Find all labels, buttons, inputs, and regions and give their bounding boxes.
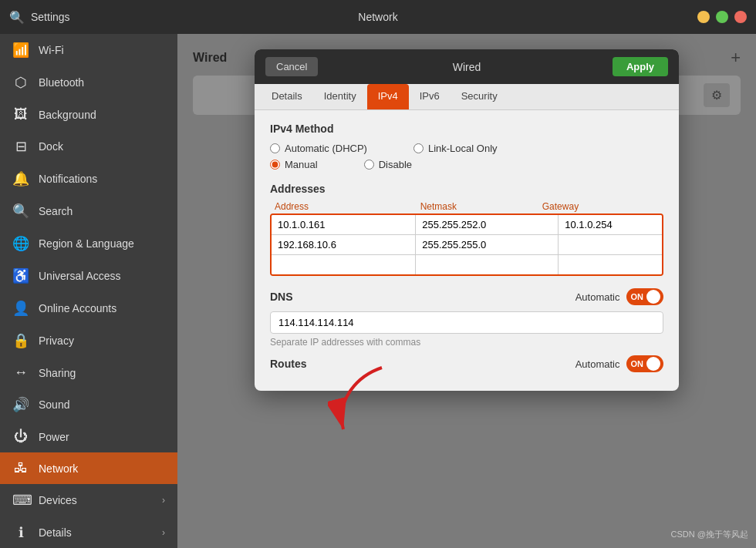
ipv4-method-label: IPv4 Method [270, 123, 663, 135]
radio-disable-input[interactable] [364, 160, 374, 170]
radio-manual[interactable]: Manual [270, 159, 318, 170]
netmask-1-input[interactable] [416, 215, 559, 234]
routes-toggle-circle [646, 357, 660, 371]
sidebar-item-label: Universal Access [39, 270, 121, 282]
routes-toggle-label: ON [629, 359, 646, 368]
universal-icon: ♿ [12, 267, 29, 284]
sidebar-item-wifi[interactable]: 📶 Wi-Fi [0, 34, 177, 66]
address-1-input[interactable] [272, 215, 416, 234]
modal-header: Cancel Wired Apply [255, 49, 679, 84]
sidebar-item-label: Wi-Fi [39, 44, 64, 56]
maximize-button[interactable] [716, 11, 728, 23]
sidebar-item-privacy[interactable]: 🔒 Privacy [0, 324, 177, 357]
modal-tabs: Details Identity IPv4 IPv6 Security [255, 84, 679, 110]
apply-button[interactable]: Apply [613, 57, 668, 76]
sidebar-item-power[interactable]: ⏻ Power [0, 421, 177, 452]
tab-identity[interactable]: Identity [313, 84, 367, 109]
tab-details[interactable]: Details [261, 84, 313, 109]
devices-icon: ⌨ [12, 492, 29, 509]
sidebar-item-sound[interactable]: 🔊 Sound [0, 388, 177, 421]
address-row-2: ⊗ [272, 235, 662, 255]
sidebar-item-sharing[interactable]: ↔ Sharing [0, 357, 177, 388]
radio-link-local[interactable]: Link-Local Only [413, 143, 498, 154]
sidebar-item-background[interactable]: 🖼 Background [0, 99, 177, 130]
minimize-button[interactable] [697, 11, 710, 23]
search-icon: 🔍 [9, 10, 25, 25]
privacy-icon: 🔒 [12, 332, 29, 349]
dns-hint: Separate IP addresses with commas [270, 337, 663, 348]
radio-disable[interactable]: Disable [364, 159, 412, 170]
dns-auto-row: Automatic ON [575, 288, 663, 305]
sidebar-item-label: Devices [39, 494, 77, 506]
sidebar-item-label: Privacy [39, 335, 74, 347]
dns-toggle[interactable]: ON [626, 288, 664, 305]
sidebar-item-network[interactable]: 🖧 Network [0, 452, 177, 484]
sound-icon: 🔊 [12, 396, 29, 413]
modal-title: Wired [453, 61, 481, 73]
netmask-3-input[interactable] [416, 255, 559, 274]
cancel-button[interactable]: Cancel [265, 57, 318, 76]
sidebar-item-bluetooth[interactable]: ⬡ Bluetooth [0, 66, 177, 99]
address-row-3: ⊗ [272, 255, 662, 274]
radio-dhcp-input[interactable] [270, 143, 280, 153]
sidebar-item-label: Dock [39, 140, 63, 153]
sidebar-item-details[interactable]: ℹ Details › [0, 516, 177, 548]
col-netmask-header: Netmask [416, 201, 538, 212]
sidebar-item-online[interactable]: 👤 Online Accounts [0, 292, 177, 324]
sidebar-item-universal[interactable]: ♿ Universal Access [0, 260, 177, 292]
search-sidebar-icon: 🔍 [12, 203, 29, 220]
radio-manual-input[interactable] [270, 160, 280, 170]
app-title: Settings [31, 11, 70, 23]
sidebar: 📶 Wi-Fi ⬡ Bluetooth 🖼 Background ⊟ Dock … [0, 34, 177, 548]
radio-dhcp-label: Automatic (DHCP) [285, 143, 367, 154]
radio-link-local-label: Link-Local Only [428, 143, 498, 154]
sidebar-item-region[interactable]: 🌐 Region & Language [0, 227, 177, 260]
modal-body: IPv4 Method Automatic (DHCP) Link-Local … [255, 110, 679, 391]
gateway-2-input[interactable] [559, 235, 663, 254]
sidebar-item-search[interactable]: 🔍 Search [0, 195, 177, 227]
sharing-icon: ↔ [12, 365, 29, 381]
modal-backdrop: Cancel Wired Apply Details Identity IPv4… [177, 34, 756, 548]
addresses-title: Addresses [270, 183, 663, 195]
main-layout: 📶 Wi-Fi ⬡ Bluetooth 🖼 Background ⊟ Dock … [0, 34, 756, 548]
content-area: Wired + ⚙ Cancel Wired Apply [177, 34, 756, 548]
dns-header: DNS Automatic ON [270, 288, 663, 305]
sidebar-item-dock[interactable]: ⊟ Dock [0, 130, 177, 163]
dns-input[interactable] [270, 311, 663, 334]
gateway-1-input[interactable] [559, 215, 663, 234]
ipv4-method-section: IPv4 Method Automatic (DHCP) Link-Local … [270, 123, 663, 170]
tab-ipv4[interactable]: IPv4 [367, 84, 409, 109]
address-2-input[interactable] [272, 235, 416, 254]
radio-link-local-input[interactable] [413, 143, 424, 153]
sidebar-item-label: Sharing [39, 367, 76, 379]
bluetooth-icon: ⬡ [12, 74, 29, 91]
titlebar-left: 🔍 Settings [9, 10, 70, 25]
watermark: CSDN @挽于等风起 [671, 529, 748, 540]
dock-icon: ⊟ [12, 138, 29, 155]
address-row-1: ⊗ [272, 215, 662, 235]
sidebar-item-notifications[interactable]: 🔔 Notifications [0, 163, 177, 195]
sidebar-item-label: Region & Language [39, 237, 134, 250]
region-icon: 🌐 [12, 235, 29, 252]
tab-security[interactable]: Security [451, 84, 508, 109]
addresses-col-headers: Address Netmask Gateway [270, 201, 663, 213]
sidebar-item-devices[interactable]: ⌨ Devices › [0, 484, 177, 516]
col-address-header: Address [270, 201, 416, 212]
address-3-input[interactable] [272, 255, 416, 274]
sidebar-item-label: Details [39, 526, 72, 539]
address-table-container: ⊗ ⊗ [270, 213, 663, 276]
sidebar-item-label: Network [39, 462, 78, 475]
routes-section: Routes Automatic ON [270, 355, 663, 372]
radio-manual-label: Manual [285, 159, 318, 170]
tab-ipv6[interactable]: IPv6 [409, 84, 451, 109]
network-icon: 🖧 [12, 460, 29, 476]
gateway-3-input[interactable] [559, 255, 663, 274]
dns-label: DNS [270, 291, 293, 303]
window-controls [697, 11, 747, 23]
radio-dhcp[interactable]: Automatic (DHCP) [270, 143, 367, 154]
routes-toggle[interactable]: ON [626, 355, 664, 372]
netmask-2-input[interactable] [416, 235, 559, 254]
sidebar-item-label: Notifications [39, 173, 97, 185]
close-button[interactable] [734, 11, 747, 23]
dns-toggle-label: ON [629, 292, 646, 301]
